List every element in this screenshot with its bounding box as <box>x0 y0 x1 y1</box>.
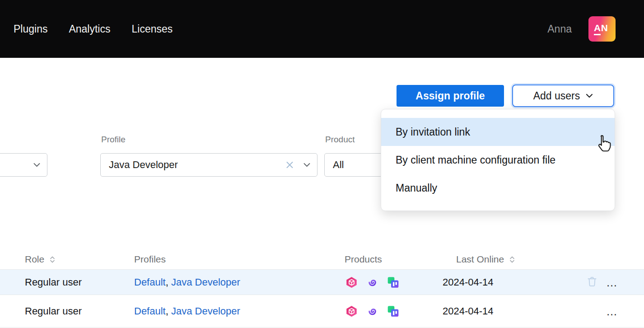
column-header-role[interactable]: Role <box>25 249 55 269</box>
more-actions-button[interactable]: … <box>606 276 617 289</box>
sort-icon <box>509 256 515 263</box>
avatar[interactable]: AN <box>588 16 616 42</box>
main-nav: Plugins Analytics Licenses <box>14 0 173 58</box>
spiral-purple-product-icon <box>366 305 378 317</box>
column-header-profiles-label: Profiles <box>134 254 166 265</box>
profile-link-java-developer[interactable]: Java Developer <box>171 276 240 288</box>
nav-item-analytics[interactable]: Analytics <box>69 23 110 35</box>
user-box: Anna AN <box>547 0 616 58</box>
table-header-row: Role Profiles Products Last Online <box>0 249 644 269</box>
squares-green-blue-product-icon <box>387 305 399 317</box>
more-actions-button[interactable]: … <box>606 305 617 318</box>
add-users-button[interactable]: Add users <box>512 84 614 107</box>
user-name[interactable]: Anna <box>547 23 572 35</box>
avatar-underscore <box>594 34 601 35</box>
column-header-products-label: Products <box>345 254 382 265</box>
row-profiles: Default, Java Developer <box>134 305 240 317</box>
nav-item-plugins[interactable]: Plugins <box>14 23 47 35</box>
column-header-profiles: Profiles <box>134 249 166 269</box>
row-products <box>345 276 399 288</box>
profiles-separator: , <box>166 276 171 288</box>
chevron-down-icon <box>303 163 310 167</box>
product-select-value: All <box>333 159 344 171</box>
trash-icon[interactable] <box>586 276 598 289</box>
table-row[interactable]: Regular user Default, Java Developer 202… <box>0 270 644 295</box>
menu-item-by-invitation-link[interactable]: By invitation link <box>381 118 615 146</box>
nav-item-licenses[interactable]: Licenses <box>131 23 173 35</box>
profile-link-java-developer[interactable]: Java Developer <box>171 305 240 317</box>
profile-link-default[interactable]: Default <box>134 276 166 288</box>
assign-profile-button[interactable]: Assign profile <box>397 85 504 107</box>
profile-select-value: Java Developer <box>109 159 178 171</box>
avatar-initials: AN <box>594 23 608 33</box>
row-last-online: 2024-04-14 <box>443 305 494 317</box>
left-edge-select[interactable] <box>0 153 47 177</box>
profiles-separator: , <box>166 305 171 317</box>
add-users-button-label: Add users <box>533 90 580 102</box>
column-header-products: Products <box>345 249 382 269</box>
column-header-last-online[interactable]: Last Online <box>456 249 515 269</box>
table-row[interactable]: Regular user Default, Java Developer 202… <box>0 295 644 328</box>
clear-icon[interactable] <box>286 161 294 169</box>
row-role: Regular user <box>25 305 82 317</box>
profile-link-default[interactable]: Default <box>134 305 166 317</box>
product-filter-label: Product <box>325 135 355 145</box>
squares-green-blue-product-icon <box>387 276 399 288</box>
sort-icon <box>50 256 55 263</box>
row-role: Regular user <box>25 276 82 288</box>
row-profiles: Default, Java Developer <box>134 276 240 288</box>
profile-filter-label: Profile <box>101 135 126 145</box>
add-users-menu: By invitation link By client machine con… <box>381 109 615 211</box>
profile-select[interactable]: Java Developer <box>100 153 317 177</box>
row-last-online: 2024-04-14 <box>443 276 494 288</box>
column-header-role-label: Role <box>25 254 44 265</box>
spiral-purple-product-icon <box>366 276 378 288</box>
chevron-down-icon <box>586 94 593 98</box>
menu-item-manually[interactable]: Manually <box>381 174 615 202</box>
hexagon-magenta-product-icon <box>345 305 358 317</box>
column-header-last-online-label: Last Online <box>456 254 504 265</box>
top-nav-bar: Plugins Analytics Licenses Anna AN <box>0 0 644 58</box>
hexagon-magenta-product-icon <box>345 276 358 288</box>
menu-item-by-client-machine-configuration-file[interactable]: By client machine configuration file <box>381 146 615 174</box>
chevron-down-icon <box>33 163 40 167</box>
row-products <box>345 305 399 317</box>
